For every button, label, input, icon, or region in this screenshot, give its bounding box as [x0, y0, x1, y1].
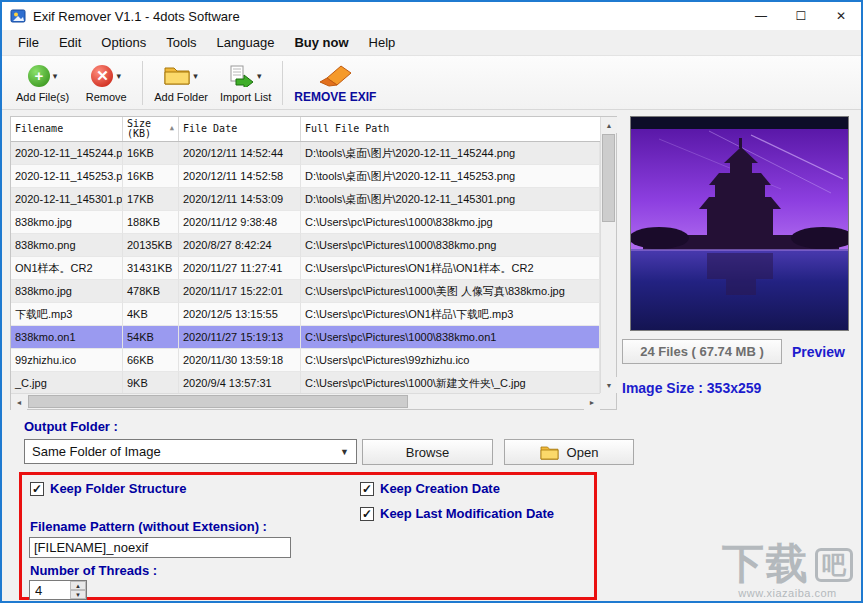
table-row[interactable]: 2020-12-11_145253.png 16KB 2020/12/11 14…: [11, 165, 600, 188]
preview-image: [630, 116, 849, 331]
table-row[interactable]: 838kmo.png 20135KB 2020/8/27 8:42:24 C:\…: [11, 234, 600, 257]
table-row[interactable]: 2020-12-11_145244.png 16KB 2020/12/11 14…: [11, 142, 600, 165]
import-list-button[interactable]: ▾ Import List: [214, 61, 277, 105]
cell-date: 2020/8/27 8:42:24: [179, 234, 301, 257]
column-header-date[interactable]: File Date: [179, 117, 301, 141]
menu-tools[interactable]: Tools: [156, 30, 206, 56]
filename-pattern-input[interactable]: [29, 537, 291, 558]
chevron-down-icon[interactable]: ▾: [193, 71, 198, 81]
cell-size: 20135KB: [123, 234, 179, 257]
maximize-button[interactable]: ☐: [781, 2, 821, 30]
cell-date: 2020/11/12 9:38:48: [179, 211, 301, 234]
column-header-label: File Date: [183, 124, 237, 135]
scroll-right-button[interactable]: ►: [584, 394, 600, 410]
threads-input[interactable]: [30, 581, 70, 599]
open-button[interactable]: Open: [504, 439, 634, 465]
cell-date: 2020/12/11 14:53:09: [179, 188, 301, 211]
chevron-down-icon[interactable]: ▾: [116, 71, 121, 81]
table-row[interactable]: 99zhizhu.ico 66KB 2020/11/30 13:59:18 C:…: [11, 349, 600, 372]
add-files-button[interactable]: + ▾ Add File(s): [10, 61, 75, 105]
menu-options[interactable]: Options: [91, 30, 156, 56]
cell-size: 16KB: [123, 165, 179, 188]
checkbox-check-icon: ✓: [30, 482, 44, 496]
scroll-left-button[interactable]: ◄: [11, 394, 27, 410]
remove-cross-icon: ✕: [91, 65, 113, 87]
output-folder-select[interactable]: Same Folder of Image ▼: [24, 439, 357, 464]
folder-icon: [540, 445, 559, 460]
cell-filename: _C.jpg: [11, 372, 123, 393]
table-row[interactable]: 838kmo.jpg 478KB 2020/11/17 15:22:01 C:\…: [11, 280, 600, 303]
keep-last-modification-date-label: Keep Last Modification Date: [380, 506, 554, 521]
app-icon: [10, 8, 26, 24]
cell-size: 4KB: [123, 303, 179, 326]
open-label: Open: [567, 445, 599, 460]
sort-indicator-icon: ▲: [170, 125, 174, 132]
browse-button[interactable]: Browse: [362, 439, 493, 465]
column-header-filename[interactable]: Filename: [11, 117, 123, 141]
close-button[interactable]: ✕: [821, 2, 861, 30]
horizontal-scroll-thumb[interactable]: [28, 395, 408, 408]
menu-edit[interactable]: Edit: [49, 30, 91, 56]
scrollbar-corner: [600, 393, 616, 409]
scroll-up-button[interactable]: ▲: [601, 117, 617, 133]
stepper-down-button[interactable]: ▼: [70, 590, 86, 599]
menu-file[interactable]: File: [8, 30, 49, 56]
toolbar-separator: [142, 61, 143, 105]
folder-icon: [164, 65, 190, 86]
table-row[interactable]: 2020-12-11_145301.png 17KB 2020/12/11 14…: [11, 188, 600, 211]
cell-filename: 838kmo.jpg: [11, 280, 123, 303]
watermark-text: 下载: [722, 542, 810, 586]
add-files-label: Add File(s): [16, 91, 69, 103]
vertical-scrollbar[interactable]: ▲ ▼: [600, 117, 616, 393]
chevron-down-icon[interactable]: ▾: [257, 71, 262, 81]
column-header-label: Filename: [15, 124, 63, 135]
cell-date: 2020/11/30 13:59:18: [179, 349, 301, 372]
vertical-scroll-thumb[interactable]: [602, 134, 615, 222]
table-row[interactable]: _C.jpg 9KB 2020/9/4 13:57:31 C:\Users\pc…: [11, 372, 600, 393]
options-group: ✓ Keep Folder Structure ✓ Keep Creation …: [19, 472, 597, 600]
keep-creation-date-checkbox[interactable]: ✓ Keep Creation Date: [360, 481, 500, 496]
cell-path: C:\Users\pc\Pictures\1000\838kmo.png: [301, 234, 600, 257]
table-row-selected[interactable]: 838kmo.on1 54KB 2020/11/27 15:19:13 C:\U…: [11, 326, 600, 349]
horizontal-scrollbar[interactable]: ◄ ►: [11, 393, 600, 409]
cell-path: C:\Users\pc\Pictures\1000\838kmo.jpg: [301, 211, 600, 234]
checkbox-check-icon: ✓: [360, 482, 374, 496]
title-bar: Exif Remover V1.1 - 4dots Software — ☐ ✕: [2, 2, 861, 30]
stepper-up-button[interactable]: ▲: [70, 581, 86, 590]
threads-stepper[interactable]: ▲ ▼: [29, 580, 87, 600]
app-window: Exif Remover V1.1 - 4dots Software — ☐ ✕…: [0, 0, 863, 603]
keep-last-modification-date-checkbox[interactable]: ✓ Keep Last Modification Date: [360, 506, 554, 521]
cell-filename: ON1样本。CR2: [11, 257, 123, 280]
remove-button[interactable]: ✕ ▾ Remove: [75, 61, 137, 105]
table-row[interactable]: 下载吧.mp3 4KB 2020/12/5 13:15:55 C:\Users\…: [11, 303, 600, 326]
table-body: 2020-12-11_145244.png 16KB 2020/12/11 14…: [11, 142, 600, 393]
cell-path: C:\Users\pc\Pictures\1000\838kmo.on1: [301, 326, 600, 349]
menu-language[interactable]: Language: [207, 30, 285, 56]
cell-path: C:\Users\pc\Pictures\1000\美图 人像写真\838kmo…: [301, 280, 600, 303]
table-row[interactable]: ON1样本。CR2 31431KB 2020/11/27 11:27:41 C:…: [11, 257, 600, 280]
filename-pattern-label: Filename Pattern (without Extension) :: [30, 519, 267, 534]
cell-date: 2020/12/11 14:52:44: [179, 142, 301, 165]
add-folder-button[interactable]: ▾ Add Folder: [148, 61, 214, 105]
cell-size: 478KB: [123, 280, 179, 303]
files-count-button[interactable]: 24 Files ( 67.74 MB ): [622, 339, 782, 364]
column-header-size[interactable]: Size (KB)▲: [123, 117, 179, 141]
cell-size: 9KB: [123, 372, 179, 393]
cell-path: C:\Users\pc\Pictures\99zhizhu.ico: [301, 349, 600, 372]
add-plus-icon: +: [28, 65, 50, 87]
cell-date: 2020/11/27 15:19:13: [179, 326, 301, 349]
keep-folder-structure-checkbox[interactable]: ✓ Keep Folder Structure: [30, 481, 187, 496]
remove-exif-button[interactable]: REMOVE EXIF: [288, 60, 382, 106]
menu-buy-now[interactable]: Buy now: [284, 30, 358, 56]
table-row[interactable]: 838kmo.jpg 188KB 2020/11/12 9:38:48 C:\U…: [11, 211, 600, 234]
eraser-icon: [317, 63, 353, 87]
menu-help[interactable]: Help: [359, 30, 406, 56]
menu-bar: File Edit Options Tools Language Buy now…: [2, 30, 861, 56]
minimize-button[interactable]: —: [741, 2, 781, 30]
column-header-path[interactable]: Full File Path: [301, 117, 616, 141]
cell-path: C:\Users\pc\Pictures\1000\新建文件夹\_C.jpg: [301, 372, 600, 393]
checkbox-check-icon: ✓: [360, 507, 374, 521]
scroll-down-button[interactable]: ▼: [601, 377, 617, 393]
chevron-down-icon[interactable]: ▾: [53, 71, 58, 81]
table-header: Filename Size (KB)▲ File Date Full File …: [11, 117, 616, 142]
